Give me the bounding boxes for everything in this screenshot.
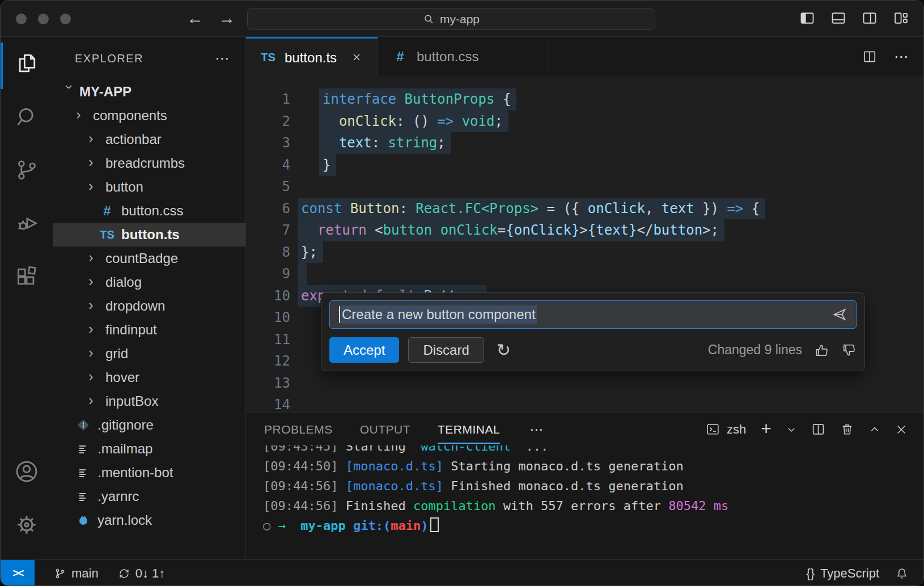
explorer-view-icon[interactable] [1,37,53,90]
rerun-request-icon[interactable]: ↻ [497,340,511,360]
editor-tab-bar: TS button.ts # button.css ⋯ [246,37,923,77]
inline-chat-input[interactable]: Create a new button component [329,300,857,329]
panel-more-tabs-icon[interactable]: ⋯ [529,422,544,438]
tree-item-folder[interactable]: › countBadge [53,247,245,270]
terminal-dropdown-chevron-icon[interactable] [786,424,796,435]
accounts-icon[interactable] [1,445,53,498]
tree-item-file[interactable]: .yarnrc [53,485,245,508]
maximize-panel-chevron-icon[interactable] [869,424,880,435]
new-terminal-icon[interactable]: + [761,419,772,438]
split-editor-icon[interactable] [862,49,877,64]
chevron-right-icon: › [88,131,101,146]
code-line: 3 text: string; [246,132,923,154]
tree-item-file-selected[interactable]: TS button.ts [53,223,245,247]
tab-button-ts[interactable]: TS button.ts [246,37,378,77]
code-line: 9 [246,263,923,285]
inline-chat-widget: Create a new button component Accept Dis… [321,292,865,371]
code-line: 2 onClick: () => void; [246,111,923,133]
toggle-primary-sidebar-icon[interactable] [799,10,815,26]
terminal-shell-icon [706,422,720,436]
run-and-debug-view-icon[interactable] [1,197,53,250]
braces-icon: {} [806,566,815,581]
terminal-line: [09:44:56] Finished compilation with 557… [263,496,923,516]
vscode-window: ← → my-app [0,0,924,586]
tree-item-file[interactable]: # button.css [53,199,245,223]
code-line: 6const Button: React.FC<Props> = ({ onCl… [246,198,923,220]
code-editor[interactable]: 1interface ButtonProps { 2 onClick: () =… [246,77,923,413]
close-window-button[interactable] [16,14,27,24]
tree-item-folder[interactable]: › actionbar [53,128,245,151]
kill-terminal-trash-icon[interactable] [840,422,854,436]
tree-item-folder[interactable]: › components [53,104,245,128]
close-panel-icon[interactable] [895,423,908,436]
sync-icon [118,567,130,580]
close-tab-icon[interactable] [351,50,362,66]
notifications-bell-icon[interactable] [895,567,909,580]
send-icon[interactable] [831,307,847,322]
chevron-right-icon: › [88,393,101,407]
tree-item-folder[interactable]: › dialog [53,270,245,294]
css-file-icon: # [98,203,117,219]
tab-problems[interactable]: PROBLEMS [264,413,333,445]
chevron-right-icon: › [88,298,101,312]
tab-label: button.css [417,49,478,65]
tree-item-folder[interactable]: › hover [53,366,245,389]
terminal-output[interactable]: [09:43:45] Starting 'watch-client' ... [… [246,445,923,559]
tree-item-folder[interactable]: › breadcrumbs [53,151,245,175]
gitignore-file-icon [74,418,93,432]
back-icon[interactable]: ← [187,9,204,28]
thumbs-up-icon[interactable] [815,343,829,358]
status-bar: >< main 0↓ 1↑ {} TypeScript [1,559,923,586]
toggle-panel-icon[interactable] [830,10,846,26]
chevron-right-icon: › [88,250,101,265]
search-icon [423,14,434,25]
tab-button-css[interactable]: # button.css [378,37,548,77]
language-mode[interactable]: {} TypeScript [806,566,879,581]
thumbs-down-icon[interactable] [842,343,857,358]
command-center-search[interactable]: my-app [247,8,655,30]
sync-status[interactable]: 0↓ 1↑ [118,566,166,581]
forward-icon[interactable]: → [218,9,235,28]
chevron-right-icon: › [88,321,101,336]
tree-item-file[interactable]: .gitignore [53,413,245,437]
terminal-prompt: ○ → my-app git:(main) [263,516,923,536]
tree-item-folder[interactable]: › findinput [53,318,245,342]
tree-item-folder[interactable]: › button [53,175,245,199]
toggle-secondary-sidebar-icon[interactable] [862,10,878,26]
config-file-icon [74,442,93,456]
title-bar: ← → my-app [1,1,923,37]
zoom-window-button[interactable] [60,14,71,24]
git-branch-status[interactable]: main [54,566,99,581]
chevron-right-icon: › [88,179,101,193]
branch-name: main [71,566,99,581]
remote-indicator[interactable]: >< [1,560,35,586]
branch-icon [54,567,66,580]
extensions-view-icon[interactable] [1,250,53,303]
terminal-line: [09:43:45] Starting 'watch-client' ... [263,445,923,456]
code-line: 7 return <button onClick={onClick}>{text… [246,219,923,241]
settings-gear-icon[interactable] [1,498,53,551]
terminal-cursor [430,517,439,532]
discard-button[interactable]: Discard [408,337,484,363]
tree-item-folder[interactable]: › inputBox [53,389,245,413]
tree-item-file[interactable]: .mention-bot [53,461,245,485]
explorer-more-actions-icon[interactable]: ⋯ [215,50,231,67]
split-terminal-icon[interactable] [811,422,825,436]
tree-item-file[interactable]: yarn.lock [53,508,245,532]
customize-layout-icon[interactable] [893,10,909,26]
chevron-right-icon: › [88,345,101,360]
tab-output[interactable]: OUTPUT [360,413,410,445]
yarn-file-icon [74,513,93,527]
tab-terminal[interactable]: TERMINAL [438,413,500,445]
config-file-icon [74,490,93,503]
minimize-window-button[interactable] [38,14,49,24]
tree-item-file[interactable]: .mailmap [53,437,245,461]
tree-item-root[interactable]: › MY-APP [53,80,245,104]
source-control-view-icon[interactable] [1,143,53,197]
search-view-icon[interactable] [1,90,53,143]
accept-button[interactable]: Accept [329,337,399,363]
editor-more-actions-icon[interactable]: ⋯ [894,48,910,66]
tree-item-folder[interactable]: › grid [53,342,245,366]
shell-name-label[interactable]: zsh [727,422,746,437]
tree-item-folder[interactable]: › dropdown [53,294,245,318]
